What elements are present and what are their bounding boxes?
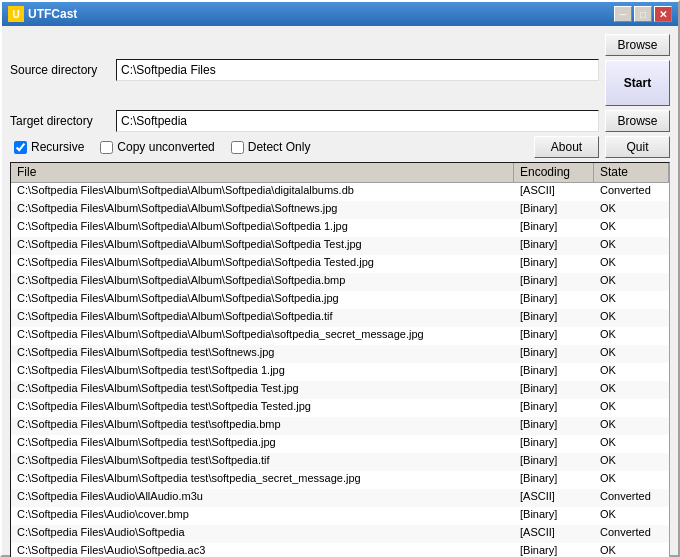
table-row[interactable]: C:\Softpedia Files\Audio\Softpedia [ASCI… (11, 525, 669, 543)
state-cell: Converted (594, 489, 669, 507)
main-window: U UTFCast ─ □ ✕ Source directory Browse … (0, 0, 680, 557)
file-cell: C:\Softpedia Files\Album\Softpedia\Album… (11, 219, 514, 237)
copy-unconverted-checkbox-label[interactable]: Copy unconverted (100, 140, 214, 154)
encoding-cell: [Binary] (514, 381, 594, 399)
about-button[interactable]: About (534, 136, 599, 158)
table-row[interactable]: C:\Softpedia Files\Album\Softpedia\Album… (11, 255, 669, 273)
start-button[interactable]: Start (605, 60, 670, 106)
file-cell: C:\Softpedia Files\Album\Softpedia test\… (11, 435, 514, 453)
file-cell: C:\Softpedia Files\Album\Softpedia\Album… (11, 183, 514, 201)
table-row[interactable]: C:\Softpedia Files\Album\Softpedia test\… (11, 435, 669, 453)
file-list-container: File Encoding State C:\Softpedia Files\A… (10, 162, 670, 557)
detect-only-checkbox-label[interactable]: Detect Only (231, 140, 311, 154)
file-cell: C:\Softpedia Files\Album\Softpedia test\… (11, 345, 514, 363)
table-row[interactable]: C:\Softpedia Files\Album\Softpedia test\… (11, 345, 669, 363)
state-cell: Converted (594, 183, 669, 201)
file-cell: C:\Softpedia Files\Album\Softpedia\Album… (11, 273, 514, 291)
encoding-cell: [Binary] (514, 435, 594, 453)
copy-unconverted-label: Copy unconverted (117, 140, 214, 154)
action-buttons: About Quit (534, 136, 670, 158)
encoding-column-header[interactable]: Encoding (514, 163, 594, 182)
table-row[interactable]: C:\Softpedia Files\Audio\AllAudio.m3u [A… (11, 489, 669, 507)
close-button[interactable]: ✕ (654, 6, 672, 22)
file-list-body[interactable]: C:\Softpedia Files\Album\Softpedia\Album… (11, 183, 669, 557)
table-row[interactable]: C:\Softpedia Files\Album\Softpedia test\… (11, 417, 669, 435)
target-label: Target directory (10, 114, 110, 128)
state-cell: OK (594, 273, 669, 291)
table-row[interactable]: C:\Softpedia Files\Album\Softpedia\Album… (11, 201, 669, 219)
encoding-cell: [Binary] (514, 291, 594, 309)
file-cell: C:\Softpedia Files\Audio\Softpedia.ac3 (11, 543, 514, 557)
encoding-cell: [Binary] (514, 363, 594, 381)
encoding-cell: [Binary] (514, 273, 594, 291)
source-browse-button[interactable]: Browse (605, 34, 670, 56)
table-row[interactable]: C:\Softpedia Files\Audio\Softpedia.ac3 [… (11, 543, 669, 557)
encoding-cell: [ASCII] (514, 183, 594, 201)
table-row[interactable]: C:\Softpedia Files\Album\Softpedia\Album… (11, 273, 669, 291)
table-row[interactable]: C:\Softpedia Files\Album\Softpedia test\… (11, 453, 669, 471)
detect-only-checkbox[interactable] (231, 141, 244, 154)
file-cell: C:\Softpedia Files\Audio\Softpedia (11, 525, 514, 543)
encoding-cell: [Binary] (514, 309, 594, 327)
state-cell: OK (594, 237, 669, 255)
encoding-cell: [Binary] (514, 471, 594, 489)
table-row[interactable]: C:\Softpedia Files\Album\Softpedia test\… (11, 363, 669, 381)
app-icon: U (8, 6, 24, 22)
state-cell: OK (594, 417, 669, 435)
detect-only-label: Detect Only (248, 140, 311, 154)
encoding-cell: [Binary] (514, 237, 594, 255)
source-input[interactable] (116, 59, 599, 81)
copy-unconverted-checkbox[interactable] (100, 141, 113, 154)
state-cell: OK (594, 345, 669, 363)
file-column-header[interactable]: File (11, 163, 514, 182)
table-row[interactable]: C:\Softpedia Files\Album\Softpedia test\… (11, 381, 669, 399)
file-list-header: File Encoding State (11, 163, 669, 183)
file-cell: C:\Softpedia Files\Album\Softpedia test\… (11, 417, 514, 435)
quit-button[interactable]: Quit (605, 136, 670, 158)
target-browse-button[interactable]: Browse (605, 110, 670, 132)
state-cell: OK (594, 453, 669, 471)
state-cell: OK (594, 399, 669, 417)
table-row[interactable]: C:\Softpedia Files\Audio\cover.bmp [Bina… (11, 507, 669, 525)
checkbox-group: Recursive Copy unconverted Detect Only (10, 140, 310, 154)
state-cell: OK (594, 471, 669, 489)
recursive-checkbox[interactable] (14, 141, 27, 154)
minimize-button[interactable]: ─ (614, 6, 632, 22)
table-row[interactable]: C:\Softpedia Files\Album\Softpedia\Album… (11, 219, 669, 237)
table-row[interactable]: C:\Softpedia Files\Album\Softpedia\Album… (11, 237, 669, 255)
state-cell: OK (594, 507, 669, 525)
recursive-checkbox-label[interactable]: Recursive (14, 140, 84, 154)
state-cell: OK (594, 543, 669, 557)
state-cell: OK (594, 363, 669, 381)
window-title: UTFCast (28, 7, 77, 21)
title-bar: U UTFCast ─ □ ✕ (2, 2, 678, 26)
maximize-button[interactable]: □ (634, 6, 652, 22)
encoding-cell: [ASCII] (514, 489, 594, 507)
table-row[interactable]: C:\Softpedia Files\Album\Softpedia test\… (11, 471, 669, 489)
right-buttons-col: Browse Start (605, 34, 670, 106)
table-row[interactable]: C:\Softpedia Files\Album\Softpedia\Album… (11, 327, 669, 345)
state-cell: OK (594, 255, 669, 273)
target-input[interactable] (116, 110, 599, 132)
encoding-cell: [Binary] (514, 507, 594, 525)
state-cell: OK (594, 309, 669, 327)
encoding-cell: [ASCII] (514, 525, 594, 543)
file-cell: C:\Softpedia Files\Album\Softpedia test\… (11, 399, 514, 417)
recursive-label: Recursive (31, 140, 84, 154)
source-label: Source directory (10, 63, 110, 77)
encoding-cell: [Binary] (514, 417, 594, 435)
target-row: Target directory Browse (10, 110, 670, 132)
file-cell: C:\Softpedia Files\Album\Softpedia test\… (11, 363, 514, 381)
encoding-cell: [Binary] (514, 543, 594, 557)
state-column-header[interactable]: State (594, 163, 669, 182)
table-row[interactable]: C:\Softpedia Files\Album\Softpedia\Album… (11, 309, 669, 327)
file-cell: C:\Softpedia Files\Audio\AllAudio.m3u (11, 489, 514, 507)
encoding-cell: [Binary] (514, 399, 594, 417)
file-cell: C:\Softpedia Files\Album\Softpedia\Album… (11, 327, 514, 345)
state-cell: OK (594, 381, 669, 399)
table-row[interactable]: C:\Softpedia Files\Album\Softpedia\Album… (11, 183, 669, 201)
table-row[interactable]: C:\Softpedia Files\Album\Softpedia\Album… (11, 291, 669, 309)
file-cell: C:\Softpedia Files\Album\Softpedia\Album… (11, 255, 514, 273)
table-row[interactable]: C:\Softpedia Files\Album\Softpedia test\… (11, 399, 669, 417)
file-cell: C:\Softpedia Files\Album\Softpedia\Album… (11, 201, 514, 219)
